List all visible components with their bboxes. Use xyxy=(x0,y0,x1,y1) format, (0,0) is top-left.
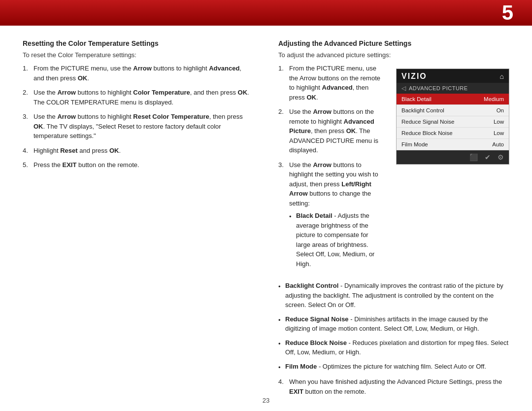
bullet-backlight-control: • Backlight Control - Dynamically improv… xyxy=(278,281,509,310)
bullet-reduce-signal: • Reduce Signal Noise - Diminishes artif… xyxy=(278,314,509,334)
right-steps: 1. From the PICTURE menu, use the Arrow … xyxy=(278,64,382,273)
step-content-3: Use the Arrow buttons to highlight Reset… xyxy=(33,112,254,141)
main-content: Resetting the Color Temperature Settings… xyxy=(0,26,532,395)
bullet-content-4: Reduce Block Noise - Reduces pixelation … xyxy=(285,338,509,357)
left-intro: To reset the Color Temperature settings: xyxy=(23,51,254,59)
step-num-1: 1. xyxy=(23,64,33,83)
tv-row-backlight: Backlight Control On xyxy=(397,105,509,116)
right-step-num-3: 3. xyxy=(278,160,289,274)
bullet-dot-2: • xyxy=(278,282,285,292)
bullet-content-2: Backlight Control - Dynamically improves… xyxy=(285,281,509,310)
tv-menu-header: ◁ ADVANCED PICTURE xyxy=(397,83,509,94)
tv-row-value-4: Low xyxy=(494,130,504,136)
step-num-2: 2. xyxy=(23,88,33,107)
page-footer: 23 xyxy=(0,394,532,406)
tv-icon-screen: ⬛ xyxy=(469,153,478,161)
right-steps-with-tv: 1. From the PICTURE menu, use the Arrow … xyxy=(278,64,509,278)
tv-row-label-4: Reduce Block Noise xyxy=(401,130,453,136)
left-step-1: 1. From the PICTURE menu, use the Arrow … xyxy=(23,64,254,83)
back-arrow-icon: ◁ xyxy=(401,85,406,92)
tv-mockup-container: VIZIO ⌂ ◁ ADVANCED PICTURE Black Detail … xyxy=(382,64,509,278)
tv-row-value-5: Auto xyxy=(492,141,504,147)
left-step-3: 3. Use the Arrow buttons to highlight Re… xyxy=(23,112,254,141)
tv-menu-items: Black Detail Medium Backlight Control On… xyxy=(397,94,509,150)
left-step-5: 5. Press the EXIT button on the remote. xyxy=(23,160,254,170)
right-step-content-2: Use the Arrow buttons on the remote to h… xyxy=(289,107,382,155)
step-content-1: From the PICTURE menu, use the Arrow but… xyxy=(33,64,254,83)
tv-icon-check: ✔ xyxy=(485,153,491,161)
tv-menu-title: ADVANCED PICTURE xyxy=(409,85,468,91)
bullet-reduce-block: • Reduce Block Noise - Reduces pixelatio… xyxy=(278,338,509,357)
header-bar: 5 xyxy=(0,0,532,26)
footer-page-number: 23 xyxy=(263,397,269,404)
home-icon: ⌂ xyxy=(500,72,504,80)
tv-icon-settings: ⚙ xyxy=(498,153,504,161)
settings-bullets: • Black Detail - Adjusts the average bri… xyxy=(289,211,382,269)
tv-row-value-1: Medium xyxy=(484,96,504,102)
bullet-black-detail: • Black Detail - Adjusts the average bri… xyxy=(289,211,382,269)
bullet-content-1: Black Detail - Adjusts the average brigh… xyxy=(296,211,382,269)
step-num-4: 4. xyxy=(23,146,33,156)
left-step-4: 4. Highlight Reset and press OK. xyxy=(23,146,254,156)
left-section-title: Resetting the Color Temperature Settings xyxy=(23,39,254,47)
vizio-logo: VIZIO xyxy=(401,72,427,81)
tv-row-value-2: On xyxy=(497,107,504,113)
right-intro: To adjust the advanced picture settings: xyxy=(278,51,509,59)
bullet-dot-5: • xyxy=(278,363,285,373)
right-column: Adjusting the Advanced Picture Settings … xyxy=(273,39,509,385)
tv-row-label-5: Film Mode xyxy=(401,141,428,147)
left-steps: 1. From the PICTURE menu, use the Arrow … xyxy=(23,64,254,170)
step-content-5: Press the EXIT button on the remote. xyxy=(33,160,254,170)
tv-header: VIZIO ⌂ xyxy=(397,69,509,83)
step-content-4: Highlight Reset and press OK. xyxy=(33,146,254,156)
right-step-3: 3. Use the Arrow buttons to highlight th… xyxy=(278,160,382,274)
step-num-3: 3. xyxy=(23,112,33,141)
tv-row-film-mode: Film Mode Auto xyxy=(397,139,509,150)
tv-row-black-detail: Black Detail Medium xyxy=(397,94,509,105)
tv-footer: ⬛ ✔ ⚙ xyxy=(397,150,509,164)
right-step-content-1: From the PICTURE menu, use the Arrow but… xyxy=(289,64,382,102)
tv-row-block-noise: Reduce Block Noise Low xyxy=(397,128,509,139)
bullet-content-5: Film Mode - Optimizes the picture for wa… xyxy=(285,362,509,372)
left-column: Resetting the Color Temperature Settings… xyxy=(23,39,259,385)
bullet-dot-4: • xyxy=(278,339,285,349)
right-step-1: 1. From the PICTURE menu, use the Arrow … xyxy=(278,64,382,102)
right-step-num-2: 2. xyxy=(278,107,289,155)
right-step-num-1: 1. xyxy=(278,64,289,102)
tv-row-label-2: Backlight Control xyxy=(401,107,444,113)
tv-row-signal-noise: Reduce Signal Noise Low xyxy=(397,116,509,128)
right-steps-left: 1. From the PICTURE menu, use the Arrow … xyxy=(278,64,382,278)
bullet-dot-3: • xyxy=(278,315,285,325)
tv-row-label-3: Reduce Signal Noise xyxy=(401,119,454,125)
right-section-title: Adjusting the Advanced Picture Settings xyxy=(278,39,509,47)
tv-row-value-3: Low xyxy=(494,119,504,125)
tv-mockup: VIZIO ⌂ ◁ ADVANCED PICTURE Black Detail … xyxy=(396,68,509,165)
bullet-film-mode: • Film Mode - Optimizes the picture for … xyxy=(278,362,509,373)
step-num-5: 5. xyxy=(23,160,33,170)
tv-row-label-1: Black Detail xyxy=(401,96,432,102)
right-step-2: 2. Use the Arrow buttons on the remote t… xyxy=(278,107,382,155)
left-step-2: 2. Use the Arrow buttons to highlight Co… xyxy=(23,88,254,107)
bullet-content-3: Reduce Signal Noise - Diminishes artifac… xyxy=(285,314,509,334)
remaining-bullets: • Backlight Control - Dynamically improv… xyxy=(278,281,509,372)
bullet-dot-1: • xyxy=(289,212,296,222)
page-number: 5 xyxy=(502,1,513,25)
right-step-content-3: Use the Arrow buttons to highlight the s… xyxy=(289,160,382,274)
step-content-2: Use the Arrow buttons to highlight Color… xyxy=(33,88,254,107)
